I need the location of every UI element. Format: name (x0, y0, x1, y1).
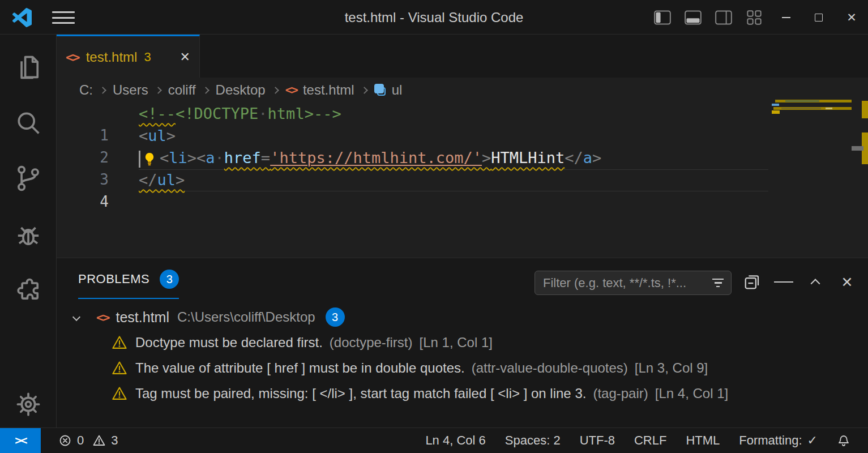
bell-icon (837, 434, 850, 447)
code-line-2: 2 <ul> (57, 125, 770, 147)
lightbulb-icon[interactable] (142, 151, 157, 167)
problems-file-path: C:\Users\coliff\Desktop (177, 309, 315, 325)
error-icon (58, 434, 72, 447)
chevron-down-icon (72, 313, 80, 321)
toggle-primary-sidebar-icon[interactable] (647, 0, 678, 35)
customize-layout-icon[interactable] (739, 0, 769, 35)
view-as-table-icon[interactable] (774, 271, 793, 293)
status-problems-summary[interactable]: 0 3 (58, 428, 118, 453)
overview-ruler (862, 95, 868, 258)
tab-label: test.html (86, 49, 138, 65)
status-formatting[interactable]: Formatting: ✓ (729, 428, 827, 453)
menu-icon[interactable] (52, 11, 75, 24)
breadcrumb-coliff[interactable]: coliff (168, 82, 196, 98)
status-encoding[interactable]: UTF-8 (570, 428, 625, 453)
chevron-right-icon (202, 87, 209, 94)
tab-test-html[interactable]: <> test.html 3 ✕ (57, 35, 200, 78)
warning-squiggle: </ul> (139, 171, 185, 189)
warning-count: 3 (111, 433, 118, 448)
explorer-icon[interactable] (0, 47, 56, 88)
problems-panel: PROBLEMS 3 ✕ <> (57, 258, 868, 428)
chevron-right-icon (361, 87, 368, 94)
html-file-icon: <> (66, 50, 79, 65)
problem-row-1[interactable]: Doctype must be declared first. (doctype… (57, 330, 868, 355)
search-icon[interactable] (0, 102, 56, 143)
maximize-panel-icon[interactable] (806, 271, 825, 293)
code-line-4: 4 </ul> (57, 169, 770, 191)
tab-close-icon[interactable]: ✕ (180, 50, 190, 65)
warning-icon (112, 335, 127, 351)
chevron-right-icon (272, 87, 279, 94)
problems-filter[interactable] (535, 271, 732, 295)
minimap-line-2 (772, 104, 779, 106)
problems-file-row[interactable]: <> test.html C:\Users\coliff\Desktop 3 (57, 305, 868, 330)
panel-header: PROBLEMS 3 ✕ (57, 258, 868, 304)
whitespace-dot: · (215, 149, 224, 166)
text-cursor (139, 151, 140, 168)
title-bar: test.html - Visual Studio Code ✕ (0, 0, 868, 35)
remote-indicator[interactable]: >< (0, 428, 41, 453)
error-count: 0 (77, 433, 84, 448)
maximize-button[interactable] (802, 0, 835, 35)
chevron-right-icon (99, 87, 106, 94)
overview-warning-marker (862, 101, 868, 118)
activity-bar (0, 35, 57, 428)
collapse-all-icon[interactable] (742, 271, 762, 293)
warning-icon (112, 360, 127, 376)
minimize-button[interactable] (769, 0, 802, 35)
breadcrumb-desktop[interactable]: Desktop (216, 82, 266, 98)
close-panel-icon[interactable]: ✕ (837, 271, 857, 293)
breadcrumb-file[interactable]: test.html (303, 82, 354, 98)
filter-icon (712, 279, 724, 288)
problems-count-badge: 3 (160, 270, 179, 289)
status-language-mode[interactable]: HTML (676, 428, 729, 453)
minimap-line-4-warning (772, 110, 780, 114)
toggle-panel-icon[interactable] (678, 0, 708, 35)
overview-cursor-marker (852, 146, 863, 151)
symbol-element-icon (374, 84, 387, 96)
warning-squiggle: href='https://htmlhint.com/'>HTMLHint (224, 149, 565, 166)
run-and-debug-icon[interactable] (0, 215, 56, 255)
notifications-bell[interactable] (827, 428, 860, 453)
check-icon: ✓ (807, 433, 818, 448)
extensions-icon[interactable] (0, 270, 56, 311)
minimap[interactable] (772, 100, 852, 114)
problem-row-2[interactable]: The value of attribute [ href ] must be … (57, 355, 868, 381)
status-cursor-position[interactable]: Ln 4, Col 6 (416, 428, 495, 453)
filter-input[interactable] (543, 276, 708, 290)
breadcrumb-drive[interactable]: C: (79, 82, 93, 98)
html-file-icon: <> (96, 310, 109, 324)
warning-icon (112, 386, 127, 401)
minimap-line-3-warning (773, 107, 852, 110)
status-bar: >< 0 3 Ln 4, Col 6 Spaces: 2 UTF-8 CRLF … (0, 428, 868, 453)
url-link[interactable]: 'https://htmlhint.com/' (270, 149, 482, 166)
whitespace-dot: · (258, 105, 267, 122)
html-file-icon: <> (285, 83, 297, 97)
settings-gear-icon[interactable] (0, 384, 56, 425)
tab-bar: <> test.html 3 ✕ (57, 35, 868, 78)
editor-group: <> test.html 3 ✕ C: Users coliff Desktop… (57, 35, 868, 258)
tab-problem-count: 3 (144, 50, 151, 65)
breadcrumb: C: Users coliff Desktop <> test.html ul (57, 78, 868, 102)
problem-row-3[interactable]: Tag must be paired, missing: [ </li> ], … (57, 381, 868, 406)
toggle-secondary-sidebar-icon[interactable] (708, 0, 739, 35)
status-eol[interactable]: CRLF (625, 428, 676, 453)
file-problem-count-badge: 3 (326, 307, 345, 327)
breadcrumb-users[interactable]: Users (113, 82, 148, 98)
tab-problems[interactable]: PROBLEMS 3 (78, 270, 179, 299)
code-editor[interactable]: 1 <!--<!DOCTYPE·html>--> 2 <ul> 3 <li><a… (57, 102, 868, 258)
problems-file-name: test.html (116, 309, 169, 326)
warning-icon (92, 434, 106, 447)
code-line-3: 3 <li><a·href='https://htmlhint.com/'>HT… (57, 147, 770, 169)
breadcrumb-symbol-ul[interactable]: ul (392, 82, 403, 98)
source-control-icon[interactable] (0, 158, 56, 199)
chevron-right-icon (155, 87, 162, 94)
status-indentation[interactable]: Spaces: 2 (495, 428, 570, 453)
vscode-logo-icon (12, 8, 32, 27)
warning-squiggle: <!-- (139, 105, 176, 122)
vscode-window: test.html - Visual Studio Code ✕ (0, 0, 868, 453)
minimap-line-1-warning (775, 100, 852, 102)
close-window-button[interactable]: ✕ (835, 0, 868, 35)
code-line-1: 1 <!--<!DOCTYPE·html>--> (57, 102, 770, 125)
line-number-active: 4 (57, 191, 109, 213)
